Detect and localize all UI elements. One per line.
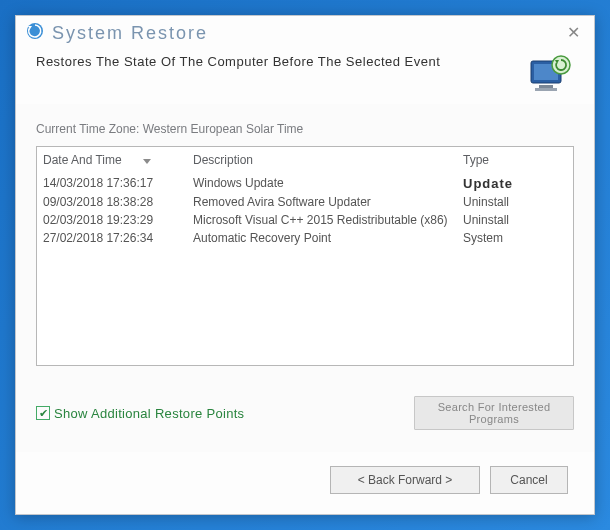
col-type[interactable]: Type — [457, 149, 573, 171]
cell-date: 02/03/2018 19:23:29 — [37, 213, 187, 227]
table-body: 14/03/2018 17:36:17Windows UpdateUpdate0… — [37, 173, 573, 365]
back-forward-button[interactable]: < Back Forward > — [330, 466, 480, 494]
cell-desc: Automatic Recovery Point — [187, 231, 457, 245]
titlebar: System Restore ✕ — [16, 16, 594, 50]
svg-rect-3 — [539, 85, 553, 88]
table-row[interactable]: 09/03/2018 18:38:28Removed Avira Softwar… — [37, 193, 573, 211]
cancel-button[interactable]: Cancel — [490, 466, 568, 494]
table-row[interactable]: 14/03/2018 17:36:17Windows UpdateUpdate — [37, 173, 573, 193]
sort-caret-icon — [143, 159, 151, 164]
svg-point-5 — [552, 56, 570, 74]
cell-desc: Removed Avira Software Updater — [187, 195, 457, 209]
cell-desc: Microsoft Visual C++ 2015 Redistributabl… — [187, 213, 457, 227]
svg-rect-4 — [535, 88, 557, 91]
monitor-restore-icon — [526, 54, 574, 98]
search-programs-button[interactable]: Search For Interested Programs — [414, 396, 574, 430]
restore-points-table: Date And Time Description Type 14/03/201… — [36, 146, 574, 366]
show-additional-label: Show Additional Restore Points — [54, 406, 244, 421]
cell-date: 14/03/2018 17:36:17 — [37, 176, 187, 190]
table-row[interactable]: 27/02/2018 17:26:34Automatic Recovery Po… — [37, 229, 573, 247]
close-button[interactable]: ✕ — [564, 23, 584, 43]
show-additional-checkbox[interactable]: ✔ — [36, 406, 50, 420]
table-header: Date And Time Description Type — [37, 147, 573, 173]
cell-date: 27/02/2018 17:26:34 — [37, 231, 187, 245]
subtitle-row: Restores The State Of The Computer Befor… — [16, 50, 594, 104]
system-restore-window: System Restore ✕ Restores The State Of T… — [15, 15, 595, 515]
window-title: System Restore — [52, 23, 208, 44]
col-date[interactable]: Date And Time — [37, 149, 187, 171]
cell-desc: Windows Update — [187, 176, 457, 190]
cell-date: 09/03/2018 18:38:28 — [37, 195, 187, 209]
cell-type: Uninstall — [457, 213, 573, 227]
cell-type: Update — [457, 176, 573, 191]
cell-type: System — [457, 231, 573, 245]
main-body: Current Time Zone: Western European Sola… — [16, 104, 594, 452]
button-bar: < Back Forward > Cancel — [16, 452, 594, 514]
table-row[interactable]: 02/03/2018 19:23:29Microsoft Visual C++ … — [37, 211, 573, 229]
restore-shield-icon — [26, 22, 44, 45]
cell-type: Uninstall — [457, 195, 573, 209]
subtitle-text: Restores The State Of The Computer Befor… — [36, 54, 526, 69]
timezone-label: Current Time Zone: Western European Sola… — [36, 122, 574, 136]
options-row: ✔ Show Additional Restore Points Search … — [36, 396, 574, 430]
col-desc[interactable]: Description — [187, 149, 457, 171]
col-date-label: Date And Time — [43, 153, 122, 167]
